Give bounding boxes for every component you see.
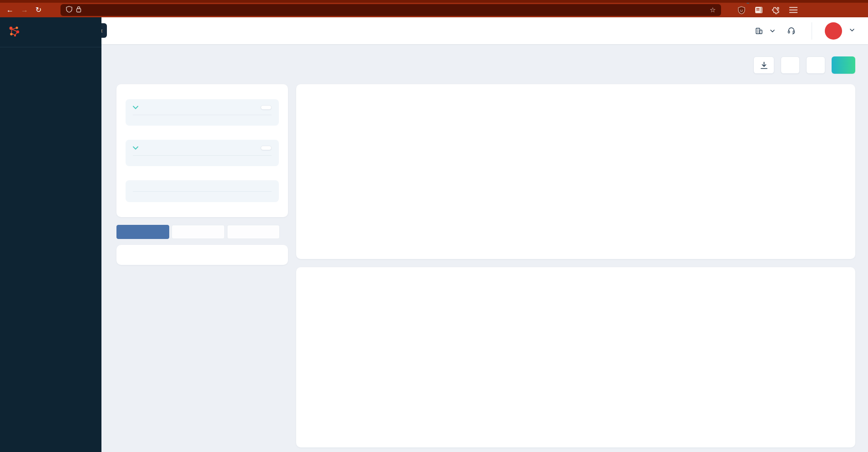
chevron-down-icon — [850, 29, 854, 31]
tracking-shield-icon[interactable] — [66, 6, 72, 14]
trustelements-logo-icon — [7, 25, 21, 40]
scatter-chart-card — [296, 84, 855, 259]
risk-list-card — [116, 245, 288, 265]
highest-probability-stat — [126, 140, 279, 166]
user-menu[interactable] — [825, 22, 854, 40]
header-divider — [812, 22, 812, 40]
avatar — [825, 22, 842, 40]
stat-delta-badge — [261, 146, 272, 150]
content-area — [101, 44, 868, 452]
user-name — [847, 29, 854, 31]
url-bar[interactable]: ☆ — [61, 4, 721, 16]
lock-icon — [76, 6, 81, 14]
risk-stats-card — [116, 84, 288, 217]
browser-chrome: ← → ↻ ☆ U — [0, 0, 868, 17]
download-icon — [760, 61, 768, 70]
risk-exposure-line-chart — [307, 290, 844, 442]
stat-delta-badge — [261, 105, 272, 110]
sidebar — [0, 17, 101, 452]
back-icon[interactable]: ← — [6, 6, 14, 14]
period-tabs — [116, 225, 288, 239]
company-profile-menu[interactable] — [755, 27, 775, 35]
headset-icon — [787, 27, 795, 35]
caret-down-icon — [133, 106, 138, 109]
chevron-down-icon — [770, 30, 775, 32]
caret-down-icon — [133, 146, 138, 150]
edit-risk-profile-button[interactable] — [781, 56, 800, 74]
svg-text:U: U — [741, 8, 743, 12]
adblock-extension-icon[interactable]: U — [737, 6, 746, 15]
tab-quarterly[interactable] — [172, 225, 224, 239]
extension-badge — [747, 3, 749, 4]
download-report-button[interactable] — [753, 56, 774, 74]
tab-annual[interactable] — [116, 225, 169, 239]
reassessment-button[interactable] — [832, 56, 855, 74]
brand-logo-row[interactable] — [0, 17, 101, 47]
highest-overall-stat — [126, 180, 279, 202]
extensions-puzzle-icon[interactable] — [772, 6, 780, 14]
line-chart-card — [296, 267, 855, 447]
tab-weekly[interactable] — [227, 225, 280, 239]
building-icon — [755, 27, 763, 35]
top-header: ‹ — [101, 17, 868, 44]
next-report-button[interactable] — [806, 56, 825, 74]
forward-icon[interactable]: → — [21, 6, 28, 14]
impact-probability-scatter-chart — [307, 107, 844, 254]
bookmark-star-icon[interactable]: ☆ — [710, 6, 716, 14]
menu-hamburger-icon[interactable] — [789, 7, 797, 13]
app-window: ← → ↻ ☆ U — [0, 0, 868, 452]
browser-toolbar: ← → ↻ ☆ U — [0, 3, 868, 17]
reload-icon[interactable]: ↻ — [35, 6, 41, 14]
get-support-link[interactable] — [787, 27, 799, 35]
sidebars-icon[interactable] — [755, 6, 763, 14]
highest-impact-stat — [126, 99, 279, 126]
